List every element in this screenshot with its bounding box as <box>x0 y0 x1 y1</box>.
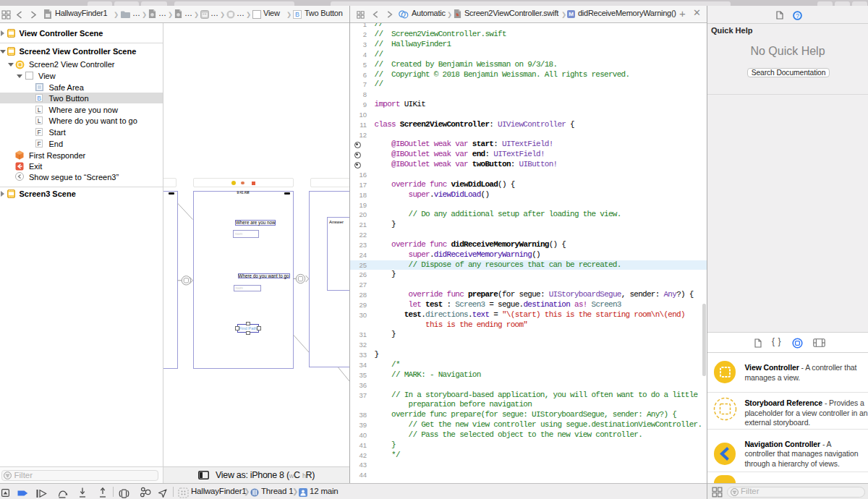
svg-text:?: ? <box>796 12 799 20</box>
